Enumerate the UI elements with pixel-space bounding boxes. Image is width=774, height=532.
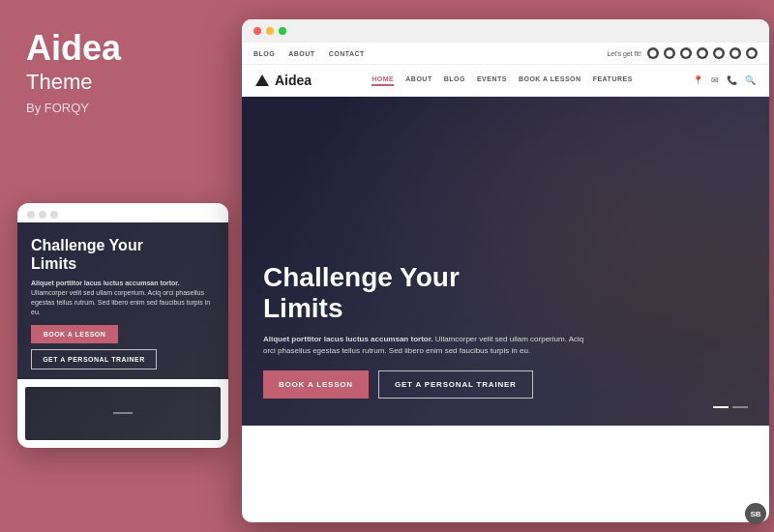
left-panel: Aidea Theme By FORQY Challenge YourLimit… <box>0 0 237 532</box>
hero-content: Challenge YourLimits Aliquet porttitor l… <box>263 262 748 399</box>
mobile-dot-2 <box>39 211 46 219</box>
topbar-right: Let's get fit! ⬤ ⬤ ⬤ ⬤ ⬤ ⬤ ⬤ <box>607 47 758 59</box>
logo-text: Aidea <box>275 73 312 88</box>
nav-book-lesson[interactable]: BOOK A LESSON <box>519 75 581 86</box>
instagram-icon[interactable]: ⬤ <box>647 47 659 59</box>
window-minimize-dot <box>266 27 274 35</box>
nav-dot-2[interactable] <box>732 406 748 408</box>
mobile-dot-3 <box>50 211 58 219</box>
site-logo: Aidea <box>255 73 312 88</box>
search-icon[interactable]: 🔍 <box>745 75 756 85</box>
nav-features[interactable]: FEATURES <box>593 75 633 86</box>
location-icon[interactable]: 📍 <box>693 75 703 85</box>
hero-button-row: BOOK A LESSON GET A PERSONAL TRAINER <box>263 370 748 399</box>
brand-title: Aidea <box>26 29 218 68</box>
phone-icon[interactable]: 📞 <box>727 75 737 85</box>
nav-about[interactable]: ABOUT <box>405 75 432 86</box>
mobile-dot-1 <box>27 211 35 219</box>
mobile-button-row: BOOK A LESSON GET A PERSONAL TRAINER <box>31 325 215 369</box>
mobile-hero-section: Challenge YourLimits Aliquet porttitor l… <box>17 222 228 379</box>
twitter-icon[interactable]: ⬤ <box>697 47 708 59</box>
hero-body: Aliquet porttitor lacus luctus accumsan … <box>263 334 592 357</box>
window-maximize-dot <box>279 27 286 35</box>
site-topbar: BLOG ABOUT CONTACT Let's get fit! ⬤ ⬤ ⬤ … <box>242 43 769 65</box>
mobile-trainer-button[interactable]: GET A PERSONAL TRAINER <box>31 349 157 369</box>
mobile-titlebar <box>17 203 228 222</box>
topbar-contact[interactable]: CONTACT <box>329 50 365 57</box>
topbar-links: BLOG ABOUT CONTACT <box>253 50 365 57</box>
hero-body-bold: Aliquet porttitor lacus luctus accumsan … <box>263 335 433 343</box>
site-hero: Challenge YourLimits Aliquet porttitor l… <box>242 97 769 426</box>
mobile-hero-body: Aliquet porttitor lacus luctus accumsan … <box>31 279 215 316</box>
mobile-hero-title: Challenge YourLimits <box>31 236 215 273</box>
topbar-about[interactable]: ABOUT <box>288 50 314 57</box>
hero-title: Challenge YourLimits <box>263 262 748 324</box>
mobile-body-bold: Aliquet porttitor lacus luctus accumsan … <box>31 280 180 286</box>
topbar-blog[interactable]: BLOG <box>253 50 275 57</box>
personal-trainer-button[interactable]: GET A PERSONAL TRAINER <box>378 370 533 399</box>
mobile-book-button[interactable]: BOOK A LESSON <box>31 325 118 343</box>
nav-dot-1[interactable] <box>713 406 729 408</box>
site-navbar: Aidea HOME ABOUT BLOG EVENTS BOOK A LESS… <box>242 65 769 97</box>
corner-badge: SB <box>745 503 766 524</box>
nav-home[interactable]: HOME <box>372 75 394 86</box>
nav-utility-icons: 📍 ✉ 📞 🔍 <box>693 75 756 85</box>
book-lesson-button[interactable]: BOOK A LESSON <box>263 370 369 399</box>
nav-links: HOME ABOUT BLOG EVENTS BOOK A LESSON FEA… <box>372 75 633 86</box>
youtube-icon[interactable]: ⬤ <box>729 47 741 59</box>
desktop-preview: BLOG ABOUT CONTACT Let's get fit! ⬤ ⬤ ⬤ … <box>242 19 769 522</box>
nav-blog[interactable]: BLOG <box>444 75 465 86</box>
brand-subtitle: Theme <box>26 70 218 95</box>
desktop-titlebar <box>242 19 769 43</box>
mobile-thumb-dash <box>113 412 133 414</box>
topbar-cta: Let's get fit! <box>607 50 641 57</box>
facebook-icon[interactable]: ⬤ <box>664 47 675 59</box>
nav-events[interactable]: EVENTS <box>477 75 507 86</box>
logo-triangle-icon <box>255 74 269 86</box>
window-close-dot <box>253 27 261 35</box>
mobile-thumbnail <box>25 387 221 440</box>
brand-by: By FORQY <box>26 101 218 115</box>
email-icon[interactable]: ✉ <box>711 75 719 85</box>
whatsapp-icon[interactable]: ⬤ <box>713 47 725 59</box>
social-icons: ⬤ ⬤ ⬤ ⬤ ⬤ ⬤ ⬤ <box>647 47 758 59</box>
tiktok-icon[interactable]: ⬤ <box>680 47 692 59</box>
mobile-body-text: Ullamcorper velit sed ullam corperium. A… <box>31 289 210 315</box>
vimeo-icon[interactable]: ⬤ <box>746 47 758 59</box>
mobile-preview-card: Challenge YourLimits Aliquet porttitor l… <box>17 203 228 448</box>
hero-nav-dots <box>713 406 748 408</box>
